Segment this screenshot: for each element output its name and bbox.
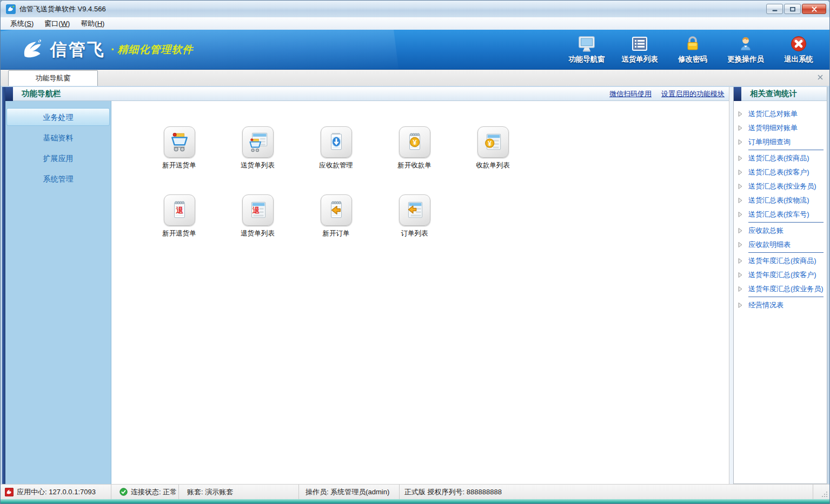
query-link[interactable]: 送货年度汇总(按客户) <box>734 268 827 282</box>
query-link[interactable]: 送货明细对账单 <box>734 121 827 135</box>
order-icon <box>321 194 352 226</box>
status-operator: 操作员: 系统管理员(admin) <box>299 485 400 499</box>
svg-text:¥: ¥ <box>413 139 416 146</box>
menu-window[interactable]: 窗口(W) <box>39 18 75 30</box>
nav-body: 业务处理 基础资料 扩展应用 系统管理 <box>5 101 729 484</box>
grid-item-new-receipt[interactable]: ¥ 新开收款单 <box>375 126 454 170</box>
wechat-scan-link[interactable]: 微信扫码使用 <box>609 89 652 99</box>
svg-text:¥: ¥ <box>488 140 492 147</box>
triangle-right-icon <box>738 155 743 162</box>
triangle-right-icon <box>738 241 743 248</box>
resize-grip[interactable] <box>813 485 829 499</box>
divider <box>748 297 824 297</box>
grid-item-delivery-order-list[interactable]: 送货单列表 <box>218 126 297 170</box>
query-link[interactable]: 订单明细查询 <box>734 135 827 149</box>
svg-text:退: 退 <box>176 206 183 214</box>
header-links: 微信扫码使用 设置启用的功能模块 <box>609 89 725 99</box>
restore-button[interactable] <box>784 4 801 14</box>
header-toolbar: 功能导航窗 送货单列表 <box>566 35 820 64</box>
query-panel-header: 相关查询统计 <box>734 87 827 101</box>
list-icon <box>630 35 649 53</box>
query-link[interactable]: 经营情况表 <box>734 298 827 312</box>
menu-system[interactable]: 系统(S) <box>5 18 39 30</box>
statusbar: 应用中心: 127.0.0.1:7093 连接状态: 正常 账套: 演示账套 操… <box>1 484 829 499</box>
status-license: 正式版 授权序列号: 888888888 <box>400 485 813 499</box>
grid-item-new-return-order[interactable]: 退 新开退货单 <box>140 194 218 238</box>
main-area: 功能导航栏 微信扫码使用 设置启用的功能模块 业务处理 基础资料 扩展应用 系统… <box>1 86 829 484</box>
close-tab-icon[interactable] <box>816 73 824 81</box>
window-title: 信管飞送货单软件 V9.4.566 <box>19 4 106 14</box>
triangle-right-icon <box>738 258 743 264</box>
brand-dot: · <box>111 43 115 57</box>
grid-item-receivables-management[interactable]: 应收款管理 <box>297 126 375 170</box>
return-note-icon: 退 <box>164 194 195 226</box>
brand-name: 信管飞 <box>50 38 105 61</box>
grid-item-return-order-list[interactable]: 退 退货单列表 <box>218 194 297 238</box>
lock-icon <box>683 35 702 53</box>
menubar: 系统(S) 窗口(W) 帮助(H) <box>1 17 829 30</box>
status-app-center: 应用中心: 127.0.0.1:7093 <box>1 485 111 499</box>
order-list-icon <box>399 194 430 226</box>
query-link[interactable]: 送货汇总表(按业务员) <box>734 179 827 193</box>
module-settings-link[interactable]: 设置启用的功能模块 <box>661 89 725 99</box>
query-link[interactable]: 送货汇总表(按物流) <box>734 193 827 207</box>
status-account: 账套: 演示账套 <box>179 485 299 499</box>
nav-panel-header: 功能导航栏 微信扫码使用 设置启用的功能模块 <box>5 87 729 101</box>
triangle-right-icon <box>738 302 743 308</box>
sidebar-item-system[interactable]: 系统管理 <box>6 170 110 187</box>
cart-icon <box>164 126 195 158</box>
toolbar-switch-operator-button[interactable]: 更换操作员 <box>725 35 767 64</box>
navigation-area: 功能导航栏 微信扫码使用 设置启用的功能模块 业务处理 基础资料 扩展应用 系统… <box>5 87 729 484</box>
receivables-icon <box>321 126 352 158</box>
triangle-right-icon <box>738 211 743 218</box>
triangle-right-icon <box>738 272 743 278</box>
menu-help[interactable]: 帮助(H) <box>75 18 110 30</box>
query-link[interactable]: 送货汇总对账单 <box>734 107 827 121</box>
query-link[interactable]: 应收款总账 <box>734 224 827 238</box>
grid-item-receipt-list[interactable]: ¥ 收款单列表 <box>454 126 532 170</box>
divider <box>748 150 824 150</box>
minimize-button[interactable] <box>766 4 783 14</box>
query-link[interactable]: 应收款明细表 <box>734 238 827 252</box>
svg-text:退: 退 <box>252 206 260 214</box>
sidebar-item-basic-data[interactable]: 基础资料 <box>6 129 110 146</box>
user-icon <box>736 35 755 53</box>
cart-list-icon <box>242 126 274 158</box>
toolbar-change-password-button[interactable]: 修改密码 <box>672 35 714 64</box>
app-header: 信管飞 · 精细化管理软件 功能导航窗 <box>1 30 829 70</box>
grid-item-order-list[interactable]: 订单列表 <box>375 194 454 238</box>
grid-item-new-order[interactable]: 新开订单 <box>297 194 375 238</box>
brand-tagline: 精细化管理软件 <box>117 43 193 57</box>
nav-panel-title: 功能导航栏 <box>22 89 61 99</box>
divider <box>748 252 824 253</box>
brand: 信管飞 · 精细化管理软件 <box>20 38 193 61</box>
query-panel: 相关查询统计 送货汇总对账单 送货明细对账单 订单明细查询 送货汇总表(按商品)… <box>733 87 827 484</box>
triangle-right-icon <box>738 183 743 190</box>
triangle-right-icon <box>738 111 743 117</box>
toolbar-nav-window-button[interactable]: 功能导航窗 <box>566 35 608 64</box>
query-link[interactable]: 送货汇总表(按商品) <box>734 151 827 165</box>
query-link[interactable]: 送货年度汇总(按商品) <box>734 254 827 268</box>
exit-icon <box>789 35 808 53</box>
grid-item-new-delivery-order[interactable]: 新开送货单 <box>140 126 218 170</box>
shortcut-grid: 新开送货单 <box>111 101 729 484</box>
toolbar-delivery-list-button[interactable]: 送货单列表 <box>619 35 661 64</box>
toolbar-exit-button[interactable]: 退出系统 <box>778 35 820 64</box>
grid-row: 新开送货单 <box>140 126 729 170</box>
triangle-right-icon <box>738 197 743 204</box>
triangle-right-icon <box>738 125 743 131</box>
sidebar-item-business[interactable]: 业务处理 <box>6 108 110 126</box>
triangle-right-icon <box>738 169 743 176</box>
header-accent-block <box>5 87 13 101</box>
tab-nav-window[interactable]: 功能导航窗 <box>8 70 98 86</box>
titlebar: 信管飞送货单软件 V9.4.566 <box>1 1 829 17</box>
window-bottom-edge <box>1 499 829 503</box>
app-window: 信管飞送货单软件 V9.4.566 系统(S) 窗口(W) 帮助(H) <box>0 0 830 504</box>
query-link[interactable]: 送货年度汇总(按业务员) <box>734 282 827 296</box>
query-link[interactable]: 送货汇总表(按客户) <box>734 165 827 179</box>
receipt-list-icon: ¥ <box>477 126 509 158</box>
close-button[interactable] <box>802 4 826 14</box>
query-link[interactable]: 送货汇总表(按车号) <box>734 207 827 221</box>
window-controls <box>766 4 826 14</box>
sidebar-item-extensions[interactable]: 扩展应用 <box>6 149 110 167</box>
